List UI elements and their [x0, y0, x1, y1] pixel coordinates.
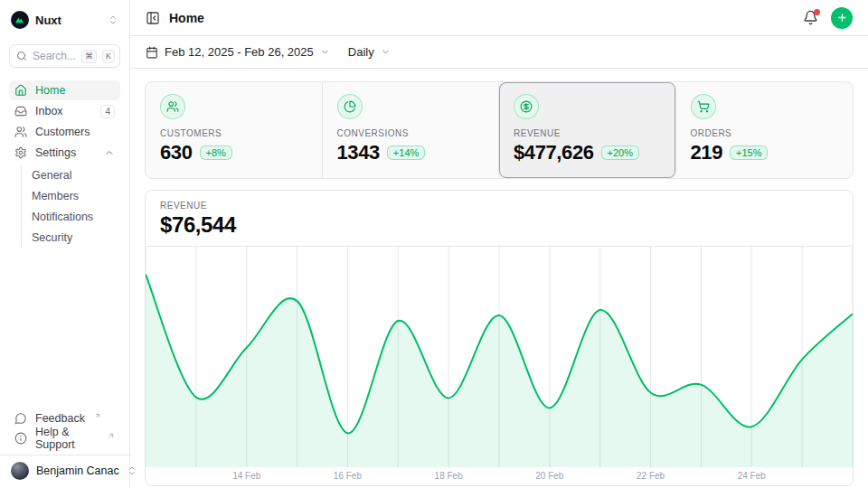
- gear-icon: [14, 146, 27, 159]
- user-menu[interactable]: Benjamin Canac: [0, 455, 129, 486]
- granularity-select[interactable]: Daily: [348, 45, 391, 59]
- sidebar-item-notifications[interactable]: Notifications: [32, 207, 120, 227]
- stat-value: 630: [160, 141, 193, 164]
- notification-dot: [814, 9, 820, 15]
- panel-left-close-icon: [146, 11, 160, 25]
- stat-label: CUSTOMERS: [160, 128, 307, 138]
- kbd-k: K: [102, 50, 115, 63]
- stat-label: ORDERS: [691, 128, 839, 138]
- settings-subnav: General Members Notifications Security: [21, 165, 120, 248]
- stat-delta-badge: +8%: [200, 145, 232, 160]
- home-icon: [14, 84, 27, 97]
- sidebar-collapse-button[interactable]: [146, 11, 160, 25]
- plus-icon: [836, 12, 848, 23]
- external-link-icon: [94, 412, 101, 419]
- sidebar-item-members[interactable]: Members: [32, 186, 120, 206]
- nuxt-logo-icon: [11, 11, 29, 29]
- stats-row: CUSTOMERS 630 +8% CONVERSIONS 1343 +14%: [145, 81, 854, 179]
- inbox-icon: [14, 105, 27, 117]
- stat-card-revenue[interactable]: REVENUE $477,626 +20%: [499, 82, 676, 178]
- help-support-link[interactable]: Help & Support: [9, 427, 120, 447]
- topbar: Home: [130, 0, 868, 36]
- sidebar-footer: Feedback Help & Support Benjamin Canac: [9, 408, 120, 486]
- x-tick-label: 20 Feb: [535, 471, 563, 481]
- external-link-icon: [108, 432, 115, 439]
- stat-card-conversions[interactable]: CONVERSIONS 1343 +14%: [323, 82, 500, 178]
- chart-value: $76,544: [160, 212, 838, 238]
- toolbar: Feb 12, 2025 - Feb 26, 2025 Daily: [130, 36, 868, 69]
- sidebar-item-label: Home: [35, 84, 65, 97]
- chevron-up-icon: [104, 147, 115, 158]
- chevron-down-icon: [381, 47, 391, 57]
- sidebar-item-home[interactable]: Home: [9, 80, 120, 100]
- content: CUSTOMERS 630 +8% CONVERSIONS 1343 +14%: [130, 69, 868, 488]
- footer-link-label: Feedback: [35, 412, 85, 425]
- stat-label: CONVERSIONS: [337, 128, 485, 138]
- x-tick-label: 14 Feb: [232, 471, 260, 481]
- chart-x-axis: 14 Feb16 Feb18 Feb20 Feb22 Feb24 Feb: [146, 467, 853, 485]
- team-selector[interactable]: Nuxt: [9, 9, 120, 31]
- topbar-actions: [803, 7, 853, 29]
- revenue-area-chart[interactable]: [146, 247, 853, 467]
- stat-value: $477,626: [514, 141, 594, 164]
- sidebar-item-security[interactable]: Security: [32, 228, 120, 248]
- app-root: Nuxt Search... ⌘ K Home: [0, 0, 868, 488]
- message-circle-icon: [14, 412, 27, 425]
- search-icon: [16, 51, 27, 61]
- users-icon: [14, 126, 27, 138]
- stat-delta-badge: +14%: [387, 145, 425, 160]
- users-icon: [160, 94, 185, 119]
- sidebar-item-general[interactable]: General: [32, 165, 120, 185]
- feedback-link[interactable]: Feedback: [9, 408, 120, 427]
- revenue-chart-card: REVENUE $76,544 14 Feb16 Feb18 Feb20 Feb…: [145, 190, 854, 486]
- chart-header: REVENUE $76,544: [146, 191, 853, 247]
- x-tick-label: 22 Feb: [637, 471, 665, 481]
- sidebar-item-label: Settings: [35, 146, 76, 159]
- pie-chart-icon: [337, 94, 363, 119]
- x-tick-label: 18 Feb: [435, 471, 463, 481]
- main-area: Home Feb 12, 2025 - Feb 26, 2025: [130, 0, 868, 488]
- stat-delta-badge: +20%: [601, 145, 639, 160]
- sidebar-item-customers[interactable]: Customers: [9, 122, 120, 142]
- stat-value: 219: [691, 141, 723, 164]
- dollar-circle-icon: [514, 94, 539, 119]
- search-input[interactable]: Search... ⌘ K: [9, 44, 120, 68]
- sidebar: Nuxt Search... ⌘ K Home: [0, 0, 130, 488]
- page-title: Home: [169, 11, 204, 25]
- chart-label: REVENUE: [160, 201, 838, 211]
- granularity-label: Daily: [348, 45, 374, 59]
- x-tick-label: 24 Feb: [738, 471, 766, 481]
- shopping-cart-icon: [691, 94, 716, 119]
- chevrons-up-down-icon: [108, 14, 118, 25]
- team-name: Nuxt: [35, 14, 61, 27]
- kbd-cmd: ⌘: [81, 50, 97, 63]
- stat-card-orders[interactable]: ORDERS 219 +15%: [676, 82, 854, 178]
- stat-label: REVENUE: [514, 128, 661, 138]
- date-range-picker[interactable]: Feb 12, 2025 - Feb 26, 2025: [146, 45, 330, 59]
- search-placeholder: Search...: [33, 50, 76, 62]
- info-icon: [14, 432, 27, 445]
- sidebar-item-inbox[interactable]: Inbox 4: [9, 101, 120, 121]
- chart-canvas[interactable]: [146, 247, 853, 467]
- sidebar-item-label: Inbox: [35, 105, 63, 117]
- avatar: [11, 462, 29, 480]
- user-name: Benjamin Canac: [36, 465, 119, 477]
- stat-card-customers[interactable]: CUSTOMERS 630 +8%: [146, 82, 323, 178]
- sidebar-item-settings[interactable]: Settings: [9, 143, 120, 163]
- calendar-icon: [146, 46, 158, 59]
- date-range-label: Feb 12, 2025 - Feb 26, 2025: [165, 45, 314, 59]
- stat-value: 1343: [337, 141, 380, 164]
- footer-link-label: Help & Support: [35, 426, 99, 451]
- stat-delta-badge: +15%: [730, 145, 768, 160]
- x-tick-label: 16 Feb: [334, 471, 362, 481]
- sidebar-item-label: Customers: [35, 126, 90, 138]
- inbox-count-badge: 4: [100, 105, 115, 118]
- chevron-down-icon: [320, 47, 330, 57]
- sidebar-nav: Home Inbox 4 Customers Settings: [9, 80, 120, 248]
- notifications-button[interactable]: [803, 10, 818, 25]
- add-button[interactable]: [831, 7, 853, 29]
